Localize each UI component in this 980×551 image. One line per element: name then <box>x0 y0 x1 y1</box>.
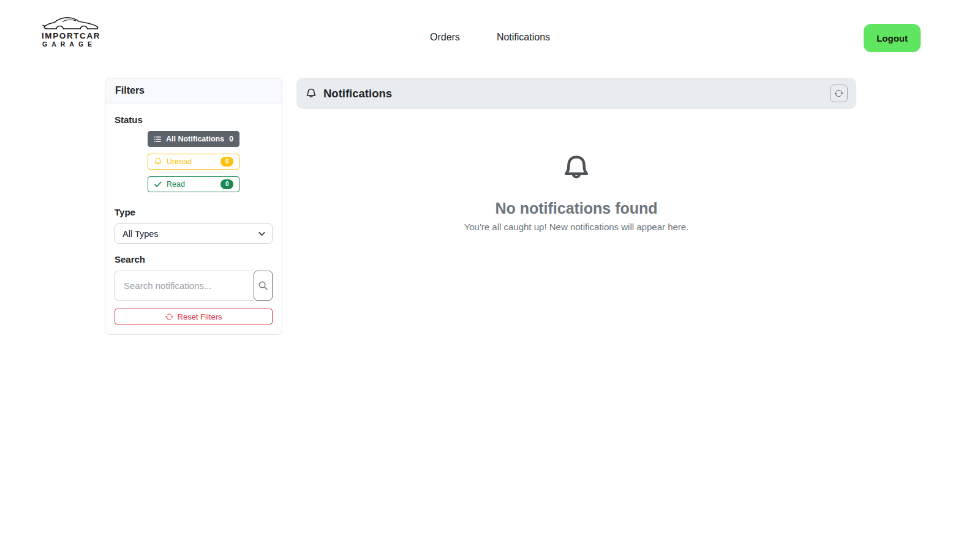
refresh-icon <box>165 313 173 321</box>
count-badge: 0 <box>221 157 233 167</box>
type-select-wrap: All Types <box>115 223 273 244</box>
logout-button[interactable]: Logout <box>864 24 921 52</box>
main-nav: Orders Notifications <box>430 32 550 43</box>
empty-state-subtitle: You're all caught up! New notifications … <box>296 222 856 232</box>
brand-logo[interactable]: IMPORTCAR GARAGE <box>42 15 102 48</box>
refresh-button[interactable] <box>830 84 848 102</box>
filter-unread-button[interactable]: Unread 0 <box>148 154 239 170</box>
bell-icon <box>560 153 592 187</box>
status-filter-group: All Notifications 0 Unread 0 <box>148 131 239 192</box>
type-select[interactable]: All Types <box>115 223 273 244</box>
car-icon <box>42 15 102 32</box>
search-label: Search <box>115 254 273 264</box>
filters-body: Status All Notifications 0 <box>105 103 282 334</box>
content-area: Filters Status All Notifications 0 <box>0 63 980 335</box>
search-group <box>115 271 273 301</box>
filter-read-button[interactable]: Read 0 <box>148 176 239 192</box>
empty-state: No notifications found You're all caught… <box>296 109 856 232</box>
filter-all-notifications-button[interactable]: All Notifications 0 <box>148 131 239 147</box>
filter-label: Unread <box>167 158 192 166</box>
filter-label: Read <box>167 181 185 189</box>
app-header: IMPORTCAR GARAGE Orders Notifications Lo… <box>0 0 980 63</box>
check-icon <box>154 180 162 189</box>
nav-notifications[interactable]: Notifications <box>497 32 550 43</box>
notifications-panel: Notifications No notifications found You… <box>296 78 856 232</box>
type-label: Type <box>115 207 273 217</box>
search-button[interactable] <box>254 271 273 301</box>
search-input[interactable] <box>115 271 254 301</box>
reset-filters-label: Reset Filters <box>178 312 222 321</box>
nav-orders[interactable]: Orders <box>430 32 460 43</box>
status-label: Status <box>115 114 273 125</box>
filters-title: Filters <box>105 78 282 103</box>
search-icon <box>258 280 268 291</box>
brand-name: IMPORTCAR <box>42 32 102 40</box>
filters-panel: Filters Status All Notifications 0 <box>105 78 282 335</box>
panel-title: Notifications <box>323 87 392 100</box>
notifications-header-bar: Notifications <box>296 78 856 109</box>
count-badge: 0 <box>221 179 233 189</box>
refresh-icon <box>834 89 843 98</box>
filter-count: 0 <box>229 135 233 143</box>
bell-icon <box>154 157 162 166</box>
reset-filters-button[interactable]: Reset Filters <box>115 309 273 324</box>
list-icon <box>154 135 162 143</box>
brand-subname: GARAGE <box>42 40 102 48</box>
empty-state-title: No notifications found <box>296 200 856 217</box>
bell-icon <box>305 88 317 100</box>
filter-label: All Notifications <box>166 135 224 143</box>
